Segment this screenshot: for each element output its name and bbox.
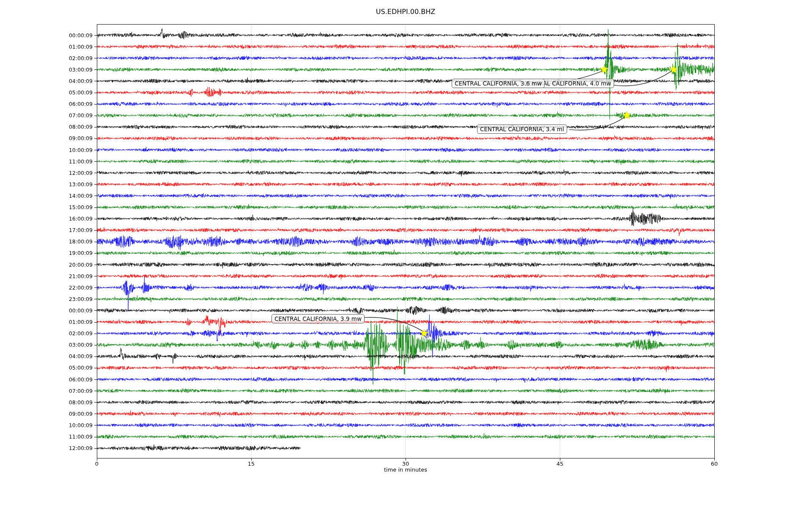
y-tick-label: 02:00:09 (0, 330, 93, 337)
event-annotation-label: CENTRAL CALIFORNIA, 3.9 mw (272, 314, 365, 323)
y-tick-label: 03:00:09 (0, 341, 93, 348)
y-tick-label: 22:00:09 (0, 284, 93, 291)
y-tick-label: 07:00:09 (0, 387, 93, 395)
y-tick-label: 04:00:09 (0, 77, 93, 85)
y-tick-label: 01:00:09 (0, 43, 93, 50)
y-tick-label: 15:00:09 (0, 204, 93, 211)
y-tick-label: 05:00:09 (0, 89, 93, 96)
x-tick-label: 30 (402, 461, 409, 467)
y-tick-label: 18:00:09 (0, 238, 93, 245)
y-tick-label: 12:00:09 (0, 444, 93, 452)
y-tick-label: 00:00:09 (0, 32, 93, 39)
y-tick-label: 08:00:09 (0, 399, 93, 406)
y-tick-label: 09:00:09 (0, 410, 93, 417)
y-tick-label: 20:00:09 (0, 261, 93, 268)
y-tick-label: 11:00:09 (0, 433, 93, 440)
seismogram-canvas (0, 0, 812, 508)
y-tick-label: 16:00:09 (0, 215, 93, 222)
x-tick-label: 45 (557, 461, 564, 467)
y-tick-label: 17:00:09 (0, 226, 93, 234)
x-axis-label: time in minutes (97, 467, 714, 473)
y-tick-label: 10:00:09 (0, 422, 93, 429)
y-tick-label: 03:00:09 (0, 66, 93, 73)
y-tick-label: 06:00:09 (0, 376, 93, 383)
seismogram-figure: US.EDHPI.00.BHZ time in minutes 00:00:09… (0, 0, 812, 508)
x-tick-label: 15 (248, 461, 255, 467)
event-annotation-label: CENTRAL CALIFORNIA, 3.4 ml (477, 124, 567, 134)
y-tick-label: 06:00:09 (0, 100, 93, 108)
event-annotation-label: CENTRAL CALIFORNIA, 3.6 mw (452, 79, 545, 88)
y-tick-label: 01:00:09 (0, 318, 93, 326)
y-tick-label: 10:00:09 (0, 146, 93, 154)
y-tick-label: 02:00:09 (0, 55, 93, 62)
y-tick-label: 09:00:09 (0, 135, 93, 142)
y-tick-label: 04:00:09 (0, 353, 93, 360)
y-tick-label: 07:00:09 (0, 112, 93, 119)
y-tick-label: 12:00:09 (0, 169, 93, 177)
y-tick-label: 23:00:09 (0, 295, 93, 303)
x-tick-label: 0 (95, 461, 99, 467)
y-tick-label: 21:00:09 (0, 273, 93, 280)
y-tick-label: 05:00:09 (0, 364, 93, 371)
y-tick-label: 00:00:09 (0, 307, 93, 314)
y-tick-label: 13:00:09 (0, 181, 93, 188)
y-tick-label: 11:00:09 (0, 158, 93, 165)
y-tick-label: 08:00:09 (0, 123, 93, 130)
plot-title: US.EDHPI.00.BHZ (97, 8, 714, 16)
x-tick-label: 60 (711, 461, 718, 467)
y-tick-label: 19:00:09 (0, 249, 93, 257)
y-tick-label: 14:00:09 (0, 192, 93, 199)
